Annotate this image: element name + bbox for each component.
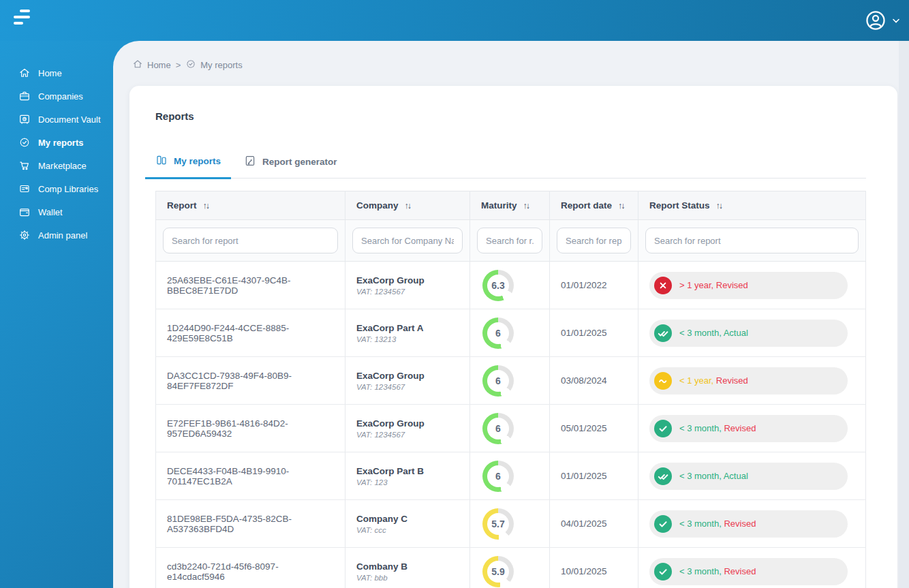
table-row[interactable]: 25A63EBE-C61E-4307-9C4B-BBEC8E71E7DDExaC… bbox=[156, 262, 866, 309]
report-id: 1D244D90-F244-4CCE-8885-429E59E8C51B bbox=[167, 323, 289, 343]
sidebar-item-label: Companies bbox=[38, 91, 83, 102]
sidebar-item-home[interactable]: Home bbox=[0, 61, 113, 84]
maturity-value: 5.9 bbox=[487, 561, 509, 583]
sidebar-item-marketplace[interactable]: Marketplace bbox=[0, 154, 113, 177]
breadcrumb-my-reports-label: My reports bbox=[200, 60, 242, 70]
wallet-icon bbox=[18, 206, 31, 218]
tab-my-reports-label: My reports bbox=[174, 156, 221, 166]
status-age: > 1 year, bbox=[679, 280, 716, 290]
double-check-status-icon bbox=[654, 467, 672, 485]
maturity-gauge: 6 bbox=[482, 413, 514, 444]
sort-icon: ↑↓ bbox=[523, 201, 529, 211]
status-state: Revised bbox=[724, 423, 756, 433]
maturity-value: 6.3 bbox=[487, 275, 509, 296]
status-badge: < 3 month, Revised bbox=[649, 558, 848, 585]
gear-icon bbox=[18, 229, 31, 241]
report-date: 05/01/2025 bbox=[561, 423, 607, 433]
column-header-report[interactable]: Report↑↓ bbox=[156, 191, 345, 220]
tab-report-generator[interactable]: Report generator bbox=[234, 154, 348, 178]
maturity-gauge: 6 bbox=[482, 365, 514, 397]
report-date: 10/01/2025 bbox=[561, 566, 607, 576]
sidebar: HomeCompaniesDocument VaultMy reportsMar… bbox=[0, 41, 113, 588]
x-status-icon bbox=[654, 277, 672, 294]
breadcrumb-my-reports[interactable]: My reports bbox=[185, 59, 242, 72]
main-content: Home > My reports Reports My reports Rep bbox=[113, 41, 909, 588]
check-status-icon bbox=[654, 563, 672, 581]
tab-my-reports[interactable]: My reports bbox=[145, 154, 231, 179]
report-id: 81DE98EB-F5DA-4735-82CB-A537363BFD4D bbox=[167, 514, 292, 534]
briefcase-icon bbox=[18, 90, 31, 102]
maturity-gauge: 6 bbox=[482, 461, 514, 492]
report-generator-icon bbox=[244, 155, 256, 169]
seal-check-icon bbox=[185, 59, 196, 72]
page-title: Reports bbox=[155, 110, 866, 122]
company-name: ExaCorp Group bbox=[356, 275, 459, 285]
search-company-input[interactable] bbox=[352, 228, 463, 253]
table-row[interactable]: 81DE98EB-F5DA-4735-82CB-A537363BFD4DComp… bbox=[156, 500, 866, 548]
sidebar-item-wallet[interactable]: Wallet bbox=[0, 200, 113, 223]
table-row[interactable]: E72FEF1B-9B61-4816-84D2-957ED6A59432ExaC… bbox=[156, 405, 866, 452]
column-header-maturity[interactable]: Maturity↑↓ bbox=[470, 191, 550, 220]
company-name: ExaCorp Group bbox=[356, 371, 459, 381]
maturity-value: 6 bbox=[487, 465, 509, 487]
tab-report-generator-label: Report generator bbox=[262, 157, 337, 167]
status-text: < 3 month, Actual bbox=[679, 328, 748, 338]
tilde-status-icon bbox=[654, 372, 672, 390]
company-name: Company C bbox=[356, 514, 459, 524]
top-bar bbox=[0, 0, 909, 41]
company-vat: VAT: 1234567 bbox=[356, 383, 459, 391]
table-search-row bbox=[156, 220, 866, 262]
status-text: < 3 month, Revised bbox=[679, 519, 756, 529]
status-text: < 3 month, Revised bbox=[679, 423, 756, 433]
report-id: DECE4433-F04B-4B19-9910-701147EC1B2A bbox=[167, 466, 289, 486]
status-badge: < 1 year, Revised bbox=[649, 367, 848, 394]
sort-icon: ↑↓ bbox=[405, 201, 411, 211]
sidebar-item-my-reports[interactable]: My reports bbox=[0, 131, 113, 154]
sort-icon: ↑↓ bbox=[203, 201, 209, 211]
search-report-status-input[interactable] bbox=[645, 228, 859, 253]
seal-check-icon bbox=[18, 136, 31, 149]
table-row[interactable]: cd3b2240-721d-45f6-8097-e14cdacf5946Comb… bbox=[156, 548, 866, 588]
column-header-report-date[interactable]: Report date↑↓ bbox=[550, 191, 638, 220]
company-vat: VAT: bbb bbox=[356, 574, 459, 582]
sidebar-item-companies[interactable]: Companies bbox=[0, 84, 113, 108]
breadcrumb: Home > My reports bbox=[132, 59, 909, 72]
table-body: 25A63EBE-C61E-4307-9C4B-BBEC8E71E7DDExaC… bbox=[156, 262, 866, 588]
status-age: < 3 month, bbox=[679, 471, 724, 481]
status-badge: < 3 month, Actual bbox=[649, 463, 848, 490]
sidebar-item-document-vault[interactable]: Document Vault bbox=[0, 108, 113, 131]
status-text: > 1 year, Revised bbox=[679, 280, 748, 290]
user-menu-button[interactable] bbox=[865, 0, 899, 41]
status-state: Revised bbox=[716, 375, 748, 386]
report-id: E72FEF1B-9B61-4816-84D2-957ED6A59432 bbox=[167, 418, 288, 439]
sidebar-item-admin-panel[interactable]: Admin panel bbox=[0, 223, 113, 247]
company-name: ExaCorp Group bbox=[356, 418, 459, 429]
column-header-report-status[interactable]: Report Status↑↓ bbox=[638, 191, 866, 220]
maturity-value: 5.7 bbox=[487, 513, 509, 535]
sidebar-item-comp-libraries[interactable]: Comp Libraries bbox=[0, 177, 113, 200]
maturity-gauge: 5.9 bbox=[482, 556, 514, 587]
sidebar-item-label: Comp Libraries bbox=[38, 184, 98, 194]
vault-icon bbox=[18, 113, 31, 125]
report-date: 04/01/2025 bbox=[561, 519, 607, 529]
table-row[interactable]: 1D244D90-F244-4CCE-8885-429E59E8C51BExaC… bbox=[156, 309, 866, 357]
company-name: ExaCorp Part B bbox=[356, 466, 459, 476]
search-report-date-input[interactable] bbox=[557, 228, 631, 253]
search-maturity-input[interactable] bbox=[477, 228, 542, 253]
sort-icon: ↑↓ bbox=[618, 201, 624, 211]
reports-card: Reports My reports Report generator bbox=[129, 86, 897, 588]
maturity-value: 6 bbox=[487, 418, 509, 439]
status-state: Actual bbox=[724, 328, 748, 338]
breadcrumb-home[interactable]: Home bbox=[132, 59, 171, 72]
company-vat: VAT: ccc bbox=[356, 526, 459, 534]
table-row[interactable]: DECE4433-F04B-4B19-9910-701147EC1B2AExaC… bbox=[156, 452, 866, 500]
sidebar-item-label: My reports bbox=[38, 138, 83, 148]
search-report-input[interactable] bbox=[163, 228, 338, 253]
page-scrollbar[interactable] bbox=[899, 41, 909, 588]
company-vat: VAT: 13213 bbox=[356, 335, 459, 343]
status-age: < 3 month, bbox=[679, 328, 724, 338]
table-row[interactable]: DA3CC1CD-7938-49F4-80B9-84EF7FE872DFExaC… bbox=[156, 357, 866, 405]
column-header-company[interactable]: Company↑↓ bbox=[345, 191, 470, 220]
app-logo[interactable] bbox=[14, 10, 34, 30]
report-date: 01/01/2025 bbox=[561, 328, 607, 338]
